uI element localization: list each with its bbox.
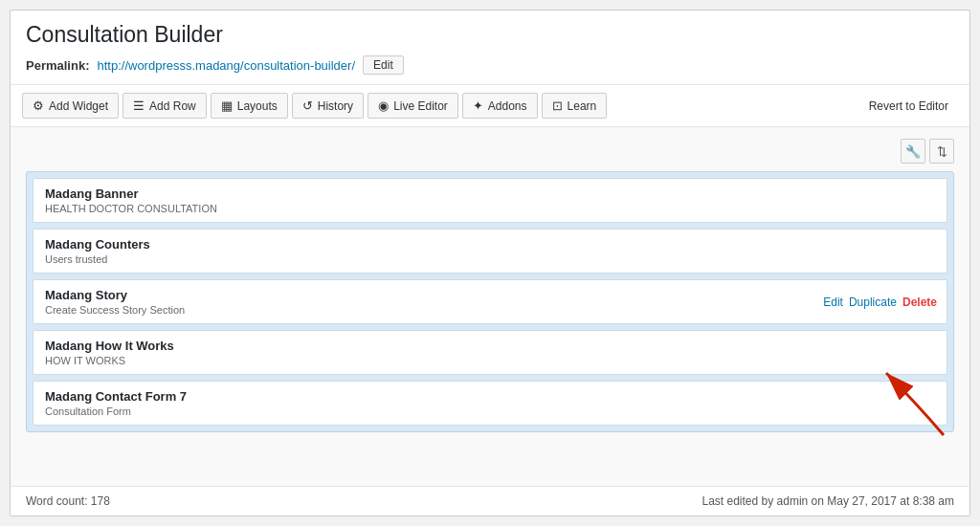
toolbar: ⚙ Add Widget ☰ Add Row ▦ Layouts ↺ Histo… <box>11 85 969 127</box>
learn-button[interactable]: ⊡ Learn <box>542 93 608 119</box>
add-row-button[interactable]: ☰ Add Row <box>122 93 207 119</box>
block-subtitle: Users trusted <box>45 253 935 265</box>
block-title: Madang Banner <box>45 186 935 201</box>
block-subtitle: HOW IT WORKS <box>45 355 935 366</box>
live-editor-button[interactable]: ◉ Live Editor <box>368 93 458 119</box>
edit-action[interactable]: Edit <box>823 296 843 309</box>
block-subtitle: Create Success Story Section <box>45 304 822 316</box>
block-title: Madang Counters <box>45 237 935 252</box>
block-subtitle: HEALTH DOCTOR CONSULTATION <box>45 203 935 214</box>
history-icon: ↺ <box>302 99 313 113</box>
page-title: Consultation Builder <box>26 22 954 48</box>
permalink-edit-button[interactable]: Edit <box>363 55 404 75</box>
addons-button[interactable]: ✦ Addons <box>462 93 538 119</box>
add-row-icon: ☰ <box>133 99 145 113</box>
block-madang-contact-form: Madang Contact Form 7 Consultation Form <box>33 381 947 426</box>
add-widget-button[interactable]: ⚙ Add Widget <box>22 93 119 119</box>
addons-icon: ✦ <box>473 99 483 113</box>
permalink-label: Permalink: <box>26 58 89 73</box>
block-title: Madang Story <box>45 288 822 302</box>
block-title: Madang How It Works <box>45 339 935 353</box>
duplicate-action[interactable]: Duplicate <box>849 296 897 309</box>
history-button[interactable]: ↺ History <box>292 93 364 119</box>
revert-to-editor-button[interactable]: Revert to Editor <box>859 95 958 118</box>
learn-icon: ⊡ <box>552 99 563 113</box>
content-blocks: Madang Banner HEALTH DOCTOR CONSULTATION… <box>26 171 954 432</box>
add-widget-icon: ⚙ <box>33 99 44 113</box>
delete-action[interactable]: Delete <box>902 296 937 309</box>
layouts-icon: ▦ <box>221 99 233 113</box>
permalink-link[interactable]: http://wordpresss.madang/consultation-bu… <box>97 58 355 73</box>
block-madang-counters: Madang Counters Users trusted <box>33 229 947 274</box>
content-toolbar: 🔧 ⇅ <box>26 139 954 164</box>
block-madang-story: Madang Story Create Success Story Sectio… <box>33 279 947 324</box>
last-edited: Last edited by admin on May 27, 2017 at … <box>702 494 954 508</box>
layouts-button[interactable]: ▦ Layouts <box>211 93 288 119</box>
expand-icon-button[interactable]: ⇅ <box>929 139 954 164</box>
permalink-bar: Permalink: http://wordpresss.madang/cons… <box>26 55 954 75</box>
wrench-icon-button[interactable]: 🔧 <box>901 139 925 164</box>
block-madang-how-it-works: Madang How It Works HOW IT WORKS <box>33 330 947 375</box>
block-subtitle: Consultation Form <box>45 405 935 417</box>
block-title: Madang Contact Form 7 <box>45 389 935 404</box>
block-actions: Edit Duplicate Delete <box>823 296 937 309</box>
page-footer: Word count: 178 Last edited by admin on … <box>11 486 969 515</box>
main-content: 🔧 ⇅ Madang Banner HEALTH DOCTOR CONSULTA… <box>11 127 969 486</box>
word-count: Word count: 178 <box>26 494 110 508</box>
live-editor-icon: ◉ <box>378 99 389 113</box>
block-madang-banner: Madang Banner HEALTH DOCTOR CONSULTATION <box>33 178 947 223</box>
page-header: Consultation Builder Permalink: http://w… <box>11 11 969 85</box>
